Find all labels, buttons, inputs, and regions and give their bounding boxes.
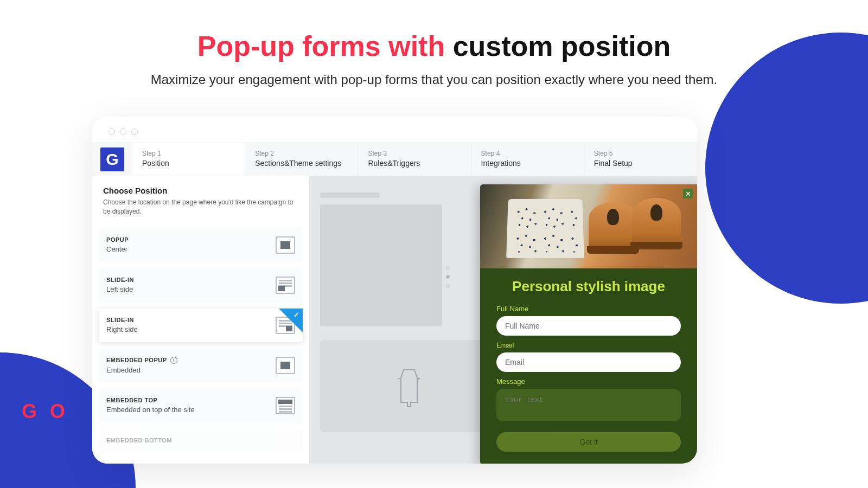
window-controls <box>92 117 697 143</box>
check-icon <box>279 309 303 332</box>
popup-title: Personal stylish image <box>496 278 681 295</box>
step-number: Step 1 <box>142 150 235 157</box>
popup-preview: ✕ Personal stylish image Full Name Email… <box>480 184 697 464</box>
title-black: custom position <box>453 30 671 62</box>
window-dot <box>131 129 138 135</box>
fullname-label: Full Name <box>496 305 681 313</box>
position-thumb-icon <box>276 236 295 254</box>
window-dot <box>108 129 115 135</box>
position-popup-center[interactable]: POPUP Center <box>99 228 303 262</box>
page-subtitle: Maximize your engagement with pop-up for… <box>0 70 868 89</box>
position-list: POPUP Center SLIDE-IN Left side SLIDE-IN <box>99 228 303 452</box>
position-type: POPUP <box>106 236 129 243</box>
position-thumb-icon <box>276 357 295 374</box>
step-label: Integrations <box>481 159 574 168</box>
wizard-steps: G Step 1 Position Step 2 Sections&Theme … <box>92 143 697 176</box>
step-number: Step 5 <box>594 150 687 157</box>
shoes-image <box>589 198 681 260</box>
position-desc: Embedded on top of the site <box>106 406 195 414</box>
step-label: Position <box>142 159 235 168</box>
step-number: Step 3 <box>368 150 461 157</box>
preview-canvas: ✕ Personal stylish image Full Name Email… <box>309 176 697 464</box>
app-window: G Step 1 Position Step 2 Sections&Theme … <box>92 117 697 464</box>
panel-subtitle: Choose the location on the page where yo… <box>99 198 303 216</box>
position-embedded-bottom[interactable]: EMBEDDED BOTTOM <box>99 429 303 452</box>
step-integrations[interactable]: Step 4 Integrations <box>471 143 584 176</box>
window-dot <box>120 129 126 135</box>
position-slidein-right[interactable]: SLIDE-IN Right side <box>99 309 303 342</box>
position-embedded-top[interactable]: EMBEDDED TOP Embedded on top of the site <box>99 389 303 422</box>
step-sections-theme[interactable]: Step 2 Sections&Theme settings <box>245 143 358 176</box>
position-desc: Embedded <box>106 366 177 374</box>
position-embedded-popup[interactable]: EMBEDDED POPUPi Embedded <box>99 349 303 382</box>
position-thumb-icon <box>276 397 295 414</box>
position-desc: Center <box>106 245 129 253</box>
step-position[interactable]: Step 1 Position <box>132 143 245 176</box>
skeleton-line <box>320 192 380 198</box>
email-label: Email <box>496 341 681 349</box>
step-number: Step 4 <box>481 150 574 157</box>
submit-button[interactable]: Get it <box>496 432 681 452</box>
message-textarea[interactable] <box>496 389 681 421</box>
position-type: SLIDE-IN <box>106 277 134 283</box>
shirt-image <box>506 199 584 258</box>
position-type: SLIDE-IN <box>106 317 138 323</box>
message-label: Message <box>496 377 681 386</box>
position-panel: Choose Position Choose the location on t… <box>92 176 309 464</box>
close-icon[interactable]: ✕ <box>683 189 693 198</box>
position-type: EMBEDDED BOTTOM <box>106 437 172 444</box>
position-slidein-left[interactable]: SLIDE-IN Left side <box>99 268 303 302</box>
step-label: Rules&Triggers <box>368 159 461 168</box>
title-red: Pop-up forms with <box>197 30 445 62</box>
fullname-input[interactable] <box>496 316 681 336</box>
popup-hero-image: ✕ <box>480 184 697 268</box>
position-thumb-icon <box>276 277 295 294</box>
position-desc: Right side <box>106 325 138 333</box>
step-rules-triggers[interactable]: Step 3 Rules&Triggers <box>358 143 471 176</box>
skeleton-dots <box>446 266 450 288</box>
brand-logo: GOOD <box>22 400 77 423</box>
hero-headline: Pop-up forms with custom position Maximi… <box>0 0 868 89</box>
page-title: Pop-up forms with custom position <box>0 30 868 62</box>
position-type: EMBEDDED TOP <box>106 397 195 403</box>
step-final-setup[interactable]: Step 5 Final Setup <box>584 143 697 176</box>
step-number: Step 2 <box>255 150 348 157</box>
skeleton-box <box>320 204 442 326</box>
position-desc: Left side <box>106 285 134 293</box>
info-icon[interactable]: i <box>170 357 177 364</box>
panel-title: Choose Position <box>99 186 303 195</box>
step-label: Final Setup <box>594 159 687 168</box>
step-label: Sections&Theme settings <box>255 159 348 168</box>
position-type: EMBEDDED POPUPi <box>106 357 177 364</box>
skeleton-product <box>320 340 499 432</box>
app-logo: G <box>100 147 124 171</box>
email-input[interactable] <box>496 352 681 372</box>
